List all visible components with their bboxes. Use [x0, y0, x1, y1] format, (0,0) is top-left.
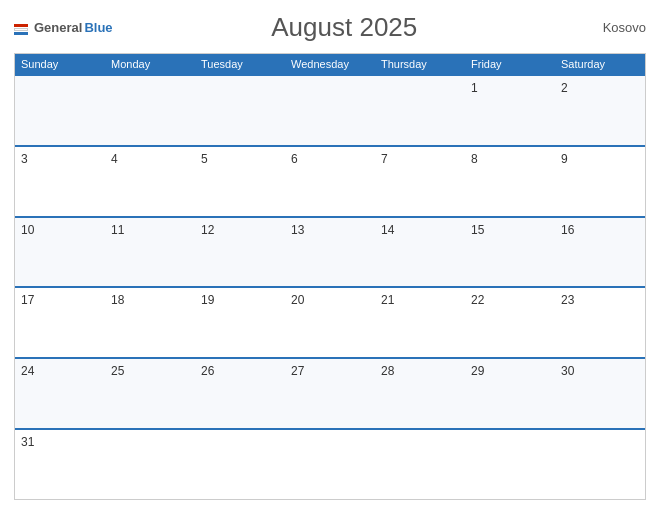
day-number: 4 — [111, 152, 189, 166]
day-number: 18 — [111, 293, 189, 307]
day-number: 14 — [381, 223, 459, 237]
logo-blue-text: Blue — [84, 20, 112, 35]
day-header-friday: Friday — [465, 54, 555, 74]
day-cell: 9 — [555, 147, 645, 216]
day-cell — [465, 430, 555, 499]
day-cell: 25 — [105, 359, 195, 428]
logo: General Blue — [14, 20, 113, 35]
week-row-5: 24252627282930 — [15, 357, 645, 428]
day-number: 10 — [21, 223, 99, 237]
week-rows: 1234567891011121314151617181920212223242… — [15, 74, 645, 499]
day-number: 7 — [381, 152, 459, 166]
day-header-tuesday: Tuesday — [195, 54, 285, 74]
day-number: 28 — [381, 364, 459, 378]
day-cell: 13 — [285, 218, 375, 287]
day-number: 22 — [471, 293, 549, 307]
header: General Blue August 2025 Kosovo — [14, 12, 646, 43]
week-row-6: 31 — [15, 428, 645, 499]
day-cell: 29 — [465, 359, 555, 428]
day-number: 29 — [471, 364, 549, 378]
day-cell: 11 — [105, 218, 195, 287]
day-number: 24 — [21, 364, 99, 378]
day-cell: 23 — [555, 288, 645, 357]
calendar-title: August 2025 — [113, 12, 576, 43]
day-cell: 22 — [465, 288, 555, 357]
day-cell: 21 — [375, 288, 465, 357]
day-cell: 20 — [285, 288, 375, 357]
day-number: 6 — [291, 152, 369, 166]
day-cell — [375, 430, 465, 499]
day-cell — [195, 76, 285, 145]
logo-general-text: General — [34, 20, 82, 35]
day-cell: 19 — [195, 288, 285, 357]
day-number: 19 — [201, 293, 279, 307]
day-cell: 5 — [195, 147, 285, 216]
day-number: 21 — [381, 293, 459, 307]
day-cell — [375, 76, 465, 145]
flag-bar-white — [14, 28, 28, 31]
day-cell: 31 — [15, 430, 105, 499]
logo-flag — [14, 24, 28, 35]
day-number: 27 — [291, 364, 369, 378]
week-row-3: 10111213141516 — [15, 216, 645, 287]
page: General Blue August 2025 Kosovo SundayMo… — [0, 0, 660, 510]
day-cell — [105, 76, 195, 145]
day-cell: 16 — [555, 218, 645, 287]
day-cell: 10 — [15, 218, 105, 287]
day-headers-row: SundayMondayTuesdayWednesdayThursdayFrid… — [15, 54, 645, 74]
day-number: 12 — [201, 223, 279, 237]
day-cell: 14 — [375, 218, 465, 287]
day-cell: 15 — [465, 218, 555, 287]
day-cell: 2 — [555, 76, 645, 145]
flag-bar-red — [14, 24, 28, 27]
day-cell — [285, 430, 375, 499]
day-header-sunday: Sunday — [15, 54, 105, 74]
flag-bar-blue — [14, 32, 28, 35]
day-number: 25 — [111, 364, 189, 378]
day-cell: 28 — [375, 359, 465, 428]
day-cell — [195, 430, 285, 499]
day-number: 8 — [471, 152, 549, 166]
day-cell — [15, 76, 105, 145]
day-cell: 7 — [375, 147, 465, 216]
day-number: 16 — [561, 223, 639, 237]
day-number: 17 — [21, 293, 99, 307]
week-row-1: 12 — [15, 74, 645, 145]
day-cell: 26 — [195, 359, 285, 428]
week-row-2: 3456789 — [15, 145, 645, 216]
day-cell: 3 — [15, 147, 105, 216]
day-number: 9 — [561, 152, 639, 166]
day-header-saturday: Saturday — [555, 54, 645, 74]
day-header-wednesday: Wednesday — [285, 54, 375, 74]
day-cell: 1 — [465, 76, 555, 145]
day-header-thursday: Thursday — [375, 54, 465, 74]
day-number: 5 — [201, 152, 279, 166]
day-number: 1 — [471, 81, 549, 95]
day-number: 2 — [561, 81, 639, 95]
day-number: 11 — [111, 223, 189, 237]
day-number: 15 — [471, 223, 549, 237]
day-cell: 4 — [105, 147, 195, 216]
day-cell: 8 — [465, 147, 555, 216]
day-cell — [105, 430, 195, 499]
day-cell: 30 — [555, 359, 645, 428]
day-cell: 27 — [285, 359, 375, 428]
day-number: 3 — [21, 152, 99, 166]
day-header-monday: Monday — [105, 54, 195, 74]
day-cell: 12 — [195, 218, 285, 287]
region-label: Kosovo — [576, 20, 646, 35]
day-cell: 18 — [105, 288, 195, 357]
day-cell — [285, 76, 375, 145]
day-cell: 24 — [15, 359, 105, 428]
week-row-4: 17181920212223 — [15, 286, 645, 357]
day-number: 26 — [201, 364, 279, 378]
day-cell: 6 — [285, 147, 375, 216]
day-number: 31 — [21, 435, 99, 449]
day-cell — [555, 430, 645, 499]
calendar: SundayMondayTuesdayWednesdayThursdayFrid… — [14, 53, 646, 500]
day-number: 30 — [561, 364, 639, 378]
day-number: 13 — [291, 223, 369, 237]
day-cell: 17 — [15, 288, 105, 357]
day-number: 23 — [561, 293, 639, 307]
day-number: 20 — [291, 293, 369, 307]
